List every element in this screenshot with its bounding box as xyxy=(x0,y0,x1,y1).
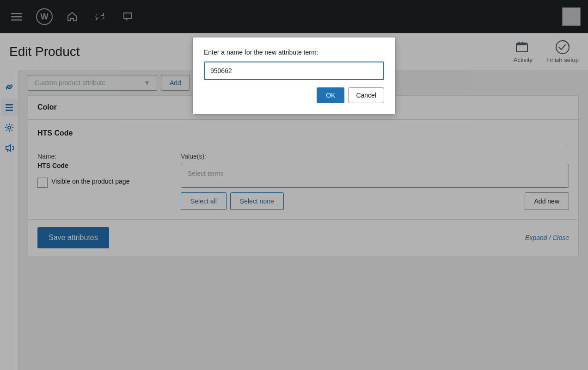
modal-ok-button[interactable]: OK xyxy=(317,87,344,103)
modal-cancel-button[interactable]: Cancel xyxy=(348,87,384,103)
modal-prompt-text: Enter a name for the new attribute term: xyxy=(204,49,384,56)
modal-input[interactable] xyxy=(204,62,384,80)
modal-actions: OK Cancel xyxy=(204,87,384,103)
modal-overlay: Enter a name for the new attribute term:… xyxy=(0,0,588,370)
modal-dialog: Enter a name for the new attribute term:… xyxy=(192,37,396,115)
